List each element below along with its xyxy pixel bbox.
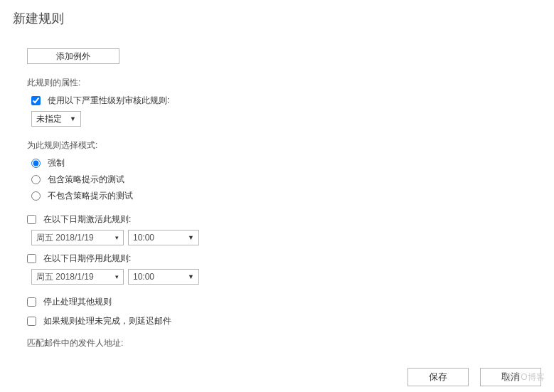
deactivate-label: 在以下日期停用此规则: [43, 253, 131, 265]
chevron-down-icon: ▾ [115, 234, 119, 241]
activate-checkbox[interactable] [27, 215, 36, 224]
deactivate-checkbox[interactable] [27, 254, 36, 263]
mode-option-withtips: 包含策略提示的测试 [27, 174, 534, 186]
dialog-title: 新建规则 [0, 0, 554, 34]
activate-picker-row: 周五 2018/1/19 ▾ 10:00 ▼ [27, 230, 534, 245]
activate-time-select[interactable]: 10:00 ▼ [128, 230, 199, 245]
content-area: 添加例外 此规则的属性: 使用以下严重性级别审核此规则: 未指定 ▼ 为此规则选… [0, 43, 544, 358]
properties-heading: 此规则的属性: [27, 77, 534, 89]
chevron-down-icon: ▼ [70, 115, 76, 122]
mode-heading: 为此规则选择模式: [27, 139, 534, 152]
severity-select[interactable]: 未指定 ▼ [31, 111, 81, 127]
mode-radio-withtips[interactable] [31, 175, 41, 184]
severity-row: 使用以下严重性级别审核此规则: [27, 95, 534, 107]
severity-label: 使用以下严重性级别审核此规则: [48, 95, 169, 107]
deactivate-time-value: 10:00 [133, 272, 154, 282]
activate-label: 在以下日期激活此规则: [43, 213, 131, 226]
severity-checkbox[interactable] [31, 96, 41, 105]
deactivate-picker-row: 周五 2018/1/19 ▾ 10:00 ▼ [27, 269, 534, 285]
defer-checkbox[interactable] [27, 317, 36, 326]
activate-row: 在以下日期激活此规则: [27, 213, 534, 226]
cancel-button[interactable]: 取消 [480, 368, 541, 386]
mode-radio-enforce[interactable] [31, 159, 41, 168]
chevron-down-icon: ▼ [188, 273, 194, 280]
mode-radio-withouttips[interactable] [31, 191, 41, 201]
defer-label: 如果规则处理未完成，则延迟邮件 [43, 315, 171, 327]
mode-option-enforce: 强制 [27, 157, 534, 169]
save-button[interactable]: 保存 [407, 368, 469, 386]
stop-rules-checkbox[interactable] [27, 297, 36, 307]
defer-row: 如果规则处理未完成，则延迟邮件 [27, 315, 534, 327]
deactivate-date-select[interactable]: 周五 2018/1/19 ▾ [31, 269, 124, 285]
severity-select-row: 未指定 ▼ [27, 111, 534, 127]
chevron-down-icon: ▾ [115, 273, 119, 280]
stop-rules-label: 停止处理其他规则 [43, 296, 112, 308]
stop-rules-row: 停止处理其他规则 [27, 296, 534, 308]
activate-time-value: 10:00 [133, 233, 154, 243]
mode-label-withouttips: 不包含策略提示的测试 [48, 190, 133, 202]
mode-label-enforce: 强制 [48, 157, 65, 169]
activate-date-select[interactable]: 周五 2018/1/19 ▾ [31, 230, 124, 245]
activate-date-value: 周五 2018/1/19 [36, 232, 94, 244]
deactivate-row: 在以下日期停用此规则: [27, 253, 534, 265]
chevron-down-icon: ▼ [188, 234, 194, 241]
severity-value: 未指定 [36, 113, 62, 125]
add-exception-button[interactable]: 添加例外 [27, 48, 119, 64]
deactivate-date-value: 周五 2018/1/19 [36, 271, 94, 283]
dialog-footer: 保存 取消 [407, 368, 541, 386]
mode-label-withtips: 包含策略提示的测试 [48, 174, 124, 186]
mode-option-withouttips: 不包含策略提示的测试 [27, 190, 534, 202]
match-sender-label: 匹配邮件中的发件人地址: [27, 337, 534, 349]
deactivate-time-select[interactable]: 10:00 ▼ [128, 269, 199, 285]
